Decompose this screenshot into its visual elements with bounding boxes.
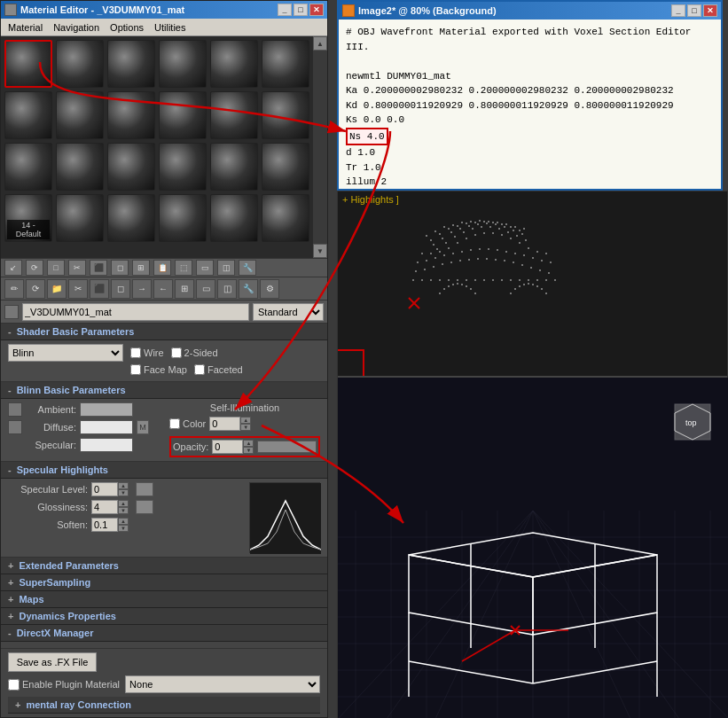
faceted-checkbox[interactable] bbox=[194, 364, 205, 375]
mental-ray-header[interactable]: + mental ray Connection bbox=[8, 697, 320, 714]
menu-navigation[interactable]: Navigation bbox=[48, 20, 105, 35]
sphere-cell-2[interactable] bbox=[56, 40, 104, 88]
sphere-tool-8[interactable]: 📋 bbox=[153, 260, 171, 276]
specular-swatch[interactable] bbox=[80, 438, 133, 452]
sphere-tool-9[interactable]: ⬚ bbox=[175, 260, 192, 276]
directx-header[interactable]: - DirectX Manager bbox=[1, 625, 327, 642]
image2-maximize-button[interactable]: □ bbox=[687, 4, 701, 17]
sphere-cell-24[interactable] bbox=[262, 194, 309, 242]
sphere-cell-1[interactable] bbox=[4, 40, 52, 88]
sphere-cell-9[interactable] bbox=[107, 91, 155, 139]
sphere-tool-7[interactable]: ⊞ bbox=[132, 260, 150, 276]
sphere-cell-3[interactable] bbox=[107, 40, 155, 88]
close-button[interactable]: ✕ bbox=[309, 4, 324, 16]
facemap-checkbox[interactable] bbox=[130, 364, 141, 375]
opacity-spin-down[interactable]: ▼ bbox=[243, 447, 254, 454]
color-checkbox[interactable] bbox=[169, 418, 180, 429]
opacity-spinbox[interactable]: 0 bbox=[212, 440, 243, 454]
spec-level-down[interactable]: ▼ bbox=[118, 489, 129, 496]
toolbar-btn-3[interactable]: 📁 bbox=[47, 279, 67, 299]
sphere-cell-16[interactable] bbox=[159, 143, 207, 191]
scroll-up-arrow[interactable]: ▲ bbox=[313, 36, 327, 51]
toolbar-btn-7[interactable]: → bbox=[132, 279, 152, 299]
mat-type-dropdown[interactable]: Standard bbox=[253, 303, 324, 321]
sphere-cell-19[interactable]: 14 - Default bbox=[4, 194, 52, 242]
scroll-track[interactable] bbox=[313, 51, 327, 244]
sphere-cell-4[interactable] bbox=[159, 40, 207, 88]
wire-checkbox[interactable] bbox=[130, 347, 141, 358]
sphere-cell-18[interactable] bbox=[262, 143, 309, 191]
sphere-tool-1[interactable]: ↙ bbox=[4, 260, 22, 276]
sphere-tool-4[interactable]: ✂ bbox=[68, 260, 86, 276]
glossiness-swatch[interactable] bbox=[136, 500, 153, 514]
shader-basic-params-header[interactable]: - Shader Basic Parameters bbox=[1, 324, 327, 340]
menu-material[interactable]: Material bbox=[3, 20, 48, 35]
glossiness-up[interactable]: ▲ bbox=[118, 500, 129, 507]
toolbar-btn-12[interactable]: 🔧 bbox=[239, 279, 258, 299]
sphere-tool-11[interactable]: ◫ bbox=[217, 260, 235, 276]
sphere-cell-6[interactable] bbox=[262, 40, 309, 88]
sphere-cell-7[interactable] bbox=[4, 91, 52, 139]
ambient-lock-btn[interactable] bbox=[8, 402, 22, 417]
mat-name-input[interactable] bbox=[22, 303, 249, 321]
toolbar-btn-2[interactable]: ⟳ bbox=[26, 279, 45, 299]
toolbar-btn-1[interactable]: ✏ bbox=[4, 279, 24, 299]
sphere-tool-3[interactable]: □ bbox=[47, 260, 65, 276]
toolbar-btn-4[interactable]: ✂ bbox=[68, 279, 88, 299]
blinn-basic-params-header[interactable]: - Blinn Basic Parameters bbox=[1, 382, 327, 399]
glossiness-val[interactable]: 4 bbox=[91, 500, 118, 514]
diffuse-lock-btn[interactable] bbox=[8, 420, 22, 434]
sphere-cell-21[interactable] bbox=[107, 194, 155, 242]
spec-level-swatch[interactable] bbox=[136, 482, 153, 496]
diffuse-m-btn[interactable]: M bbox=[137, 420, 149, 434]
dynamics-header[interactable]: + Dynamics Properties bbox=[1, 608, 327, 625]
soften-down[interactable]: ▼ bbox=[118, 525, 129, 532]
shader-type-dropdown[interactable]: Blinn bbox=[8, 344, 123, 362]
soften-val[interactable]: 0.1 bbox=[91, 518, 118, 532]
sphere-cell-17[interactable] bbox=[210, 143, 258, 191]
spec-level-val[interactable]: 0 bbox=[91, 482, 118, 496]
color-spin-up[interactable]: ▲ bbox=[240, 417, 251, 424]
menu-utilities[interactable]: Utilities bbox=[149, 20, 191, 35]
diffuse-swatch[interactable] bbox=[80, 420, 133, 434]
scroll-down-arrow[interactable]: ▼ bbox=[313, 244, 327, 258]
maximize-button[interactable]: □ bbox=[294, 4, 308, 16]
image2-minimize-button[interactable]: _ bbox=[671, 4, 685, 17]
toolbar-btn-5[interactable]: ⬛ bbox=[90, 279, 109, 299]
glossiness-down[interactable]: ▼ bbox=[118, 507, 129, 514]
sphere-cell-11[interactable] bbox=[210, 91, 258, 139]
sphere-cell-22[interactable] bbox=[159, 194, 207, 242]
sphere-tool-12[interactable]: 🔧 bbox=[239, 260, 256, 276]
opacity-spin-up[interactable]: ▲ bbox=[243, 440, 254, 447]
maps-header[interactable]: + Maps bbox=[1, 591, 327, 608]
ambient-swatch[interactable] bbox=[80, 402, 133, 417]
sphere-cell-5[interactable] bbox=[210, 40, 258, 88]
sphere-tool-2[interactable]: ⟳ bbox=[26, 260, 43, 276]
sphere-tool-5[interactable]: ⬛ bbox=[90, 260, 107, 276]
toolbar-btn-6[interactable]: ◻ bbox=[111, 279, 130, 299]
toolbar-btn-9[interactable]: ⊞ bbox=[175, 279, 194, 299]
twosided-checkbox[interactable] bbox=[171, 347, 182, 358]
sphere-cell-14[interactable] bbox=[56, 143, 104, 191]
sphere-cell-20[interactable] bbox=[56, 194, 104, 242]
save-fx-button[interactable]: Save as .FX File bbox=[8, 652, 97, 672]
sphere-tool-10[interactable]: ▭ bbox=[196, 260, 214, 276]
toolbar-btn-8[interactable]: ← bbox=[153, 279, 173, 299]
sphere-cell-8[interactable] bbox=[56, 91, 104, 139]
color-spinbox[interactable]: 0 bbox=[209, 417, 240, 431]
sphere-cell-15[interactable] bbox=[107, 143, 155, 191]
toolbar-btn-13[interactable]: ⚙ bbox=[260, 279, 279, 299]
toolbar-btn-10[interactable]: ▭ bbox=[196, 279, 215, 299]
sphere-tool-6[interactable]: ◻ bbox=[111, 260, 129, 276]
color-spin-down[interactable]: ▼ bbox=[240, 424, 251, 431]
extended-params-header[interactable]: + Extended Parameters bbox=[1, 558, 327, 574]
specular-highlights-header[interactable]: - Specular Highlights bbox=[1, 462, 327, 479]
sphere-cell-12[interactable] bbox=[262, 91, 309, 139]
soften-up[interactable]: ▲ bbox=[118, 518, 129, 525]
sphere-cell-10[interactable] bbox=[159, 91, 207, 139]
sphere-cell-13[interactable] bbox=[4, 143, 52, 191]
supersampling-header[interactable]: + SuperSampling bbox=[1, 574, 327, 591]
plugin-dropdown[interactable]: None bbox=[125, 675, 320, 693]
toolbar-btn-11[interactable]: ◫ bbox=[217, 279, 237, 299]
plugin-checkbox[interactable] bbox=[8, 679, 20, 691]
